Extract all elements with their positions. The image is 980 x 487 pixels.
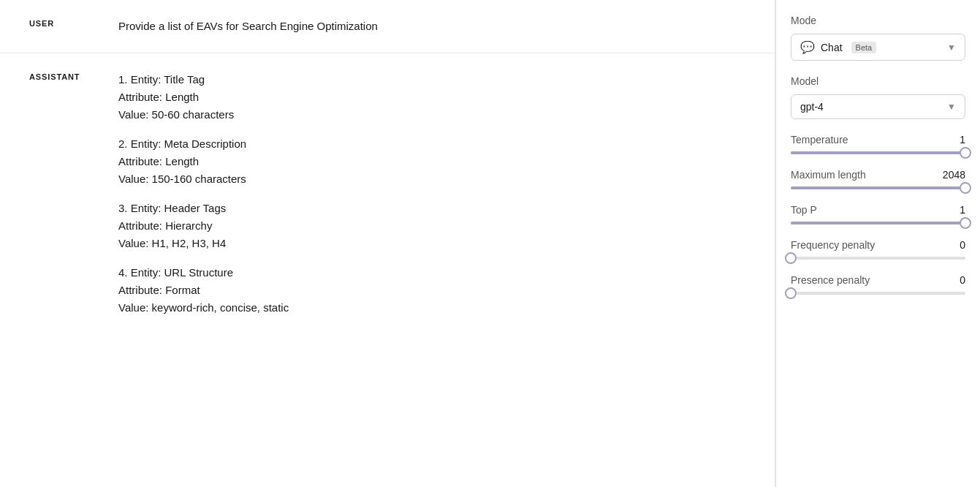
sidebar: Mode 💬 Chat Beta ▼ Model gpt-4 ▼ Tempera… [775,0,980,487]
slider-name: Maximum length [791,169,866,181]
slider-thumb[interactable] [785,287,797,299]
role-label: ASSISTANT [29,71,95,81]
mode-value: Chat [821,42,843,53]
slider-value: 2048 [943,169,965,181]
slider-row: Presence penalty0 [791,274,965,295]
role-label: USER [29,18,95,28]
slider-track[interactable] [791,257,965,260]
mode-section-label: Mode [791,15,965,26]
slider-thumb[interactable] [960,147,971,159]
slider-name: Top P [791,204,817,216]
slider-value: 0 [960,274,965,286]
slider-row: Temperature1 [791,134,965,154]
slider-track[interactable] [791,222,965,224]
slider-value: 1 [960,204,965,216]
model-value: gpt-4 [800,101,824,113]
slider-track[interactable] [791,292,965,295]
slider-value: 0 [960,239,965,251]
slider-fill [791,222,965,224]
slider-name: Frequency penalty [791,239,875,251]
slider-track[interactable] [791,186,965,189]
message-content: 1. Entity: Title Tag Attribute: Length V… [118,71,745,317]
mode-dropdown[interactable]: 💬 Chat Beta ▼ [791,34,965,61]
slider-track[interactable] [791,151,965,154]
slider-thumb[interactable] [960,217,971,229]
slider-name: Presence penalty [791,274,870,286]
chat-icon: 💬 [800,40,815,54]
slider-fill [791,186,965,189]
slider-name: Temperature [791,134,848,146]
slider-row: Frequency penalty0 [791,239,965,260]
message-block: USERProvide a list of EAVs for Search En… [0,0,775,53]
slider-value: 1 [960,134,965,146]
message-content: Provide a list of EAVs for Search Engine… [118,18,745,35]
message-block: ASSISTANT1. Entity: Title Tag Attribute:… [0,53,775,334]
beta-badge: Beta [851,42,877,53]
slider-thumb[interactable] [960,182,971,194]
model-section-label: Model [791,75,965,87]
slider-row: Top P1 [791,204,965,224]
slider-fill [791,151,965,154]
model-dropdown[interactable]: gpt-4 ▼ [791,94,965,119]
chat-area: USERProvide a list of EAVs for Search En… [0,0,775,487]
chevron-down-icon-model: ▼ [947,102,956,112]
slider-row: Maximum length2048 [791,169,965,189]
slider-thumb[interactable] [785,252,797,264]
chevron-down-icon: ▼ [947,42,956,53]
